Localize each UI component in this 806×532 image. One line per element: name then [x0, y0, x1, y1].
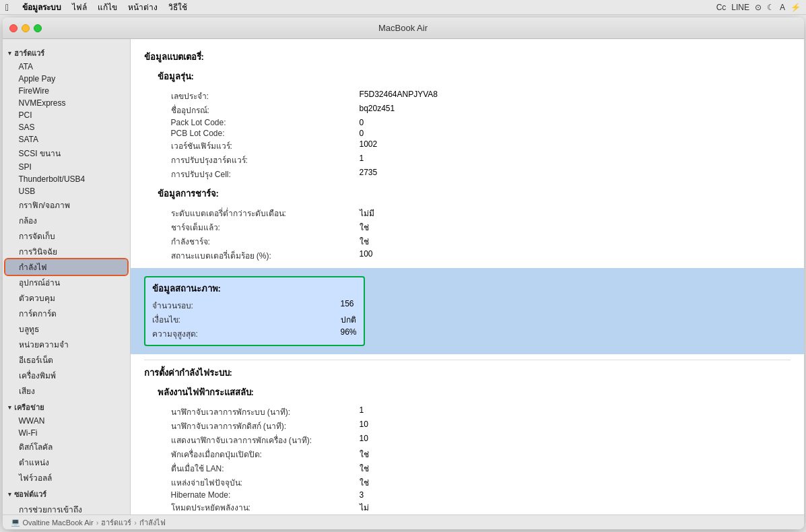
model-label-pcb: PCB Lot Code: [171, 129, 360, 138]
sidebar-item-card[interactable]: การ์ดการ์ด [3, 306, 130, 321]
menubar:  ข้อมูลระบบ ไฟล์ แก้ไข หน้าต่าง วิธีใช้… [0, 0, 806, 15]
charge-info-title: ข้อมูลการชาร์จ: [158, 187, 791, 201]
charge-info-block: ข้อมูลการชาร์จ: ระดับแบตเตอรี่ต่ำกว่าระด… [158, 187, 791, 263]
sidebar-item-storage[interactable]: การจัดเก็บ [3, 228, 130, 244]
sidebar-item-disklocal[interactable]: ดิสก์โลคัล [3, 439, 130, 455]
ac-field-4: ตื่นเมื่อใช้ LAN: ใช่ [171, 461, 791, 475]
sidebar-item-ata[interactable]: ATA [3, 61, 130, 73]
network-group-header[interactable]: ▾ เครือข่าย [3, 399, 130, 415]
status-row-highlight: ข้อมูลสถานะภาพ: จำนวนรอบ: 156 เงื่อนไข: … [131, 268, 804, 354]
ac-label-1: นาฬิกาจับเวลาการพักดิสก์ (นาที): [171, 420, 360, 432]
ac-field-3: พักเครื่องเมื่อกดปุ่มเปิดปิด: ใช่ [171, 447, 791, 461]
ac-label-7: โหมดประหยัดพลังงาน: [171, 501, 360, 514]
ac-label-5: แหล่งจ่ายไฟปัจจุบัน: [171, 476, 360, 489]
sidebar-item-wwan[interactable]: WWAN [3, 415, 130, 427]
chevron-down-icon-network: ▾ [8, 404, 11, 411]
breadcrumb: 💻 Ovaltine MacBook Air › ฮาร์ดแวร์ › กำล… [3, 514, 804, 529]
ac-field-1: นาฬิกาจับเวลาการพักดิสก์ (นาที): 10 [171, 419, 791, 433]
charge-field-charging: กำลังชาร์จ: ใช่ [171, 234, 791, 248]
ac-value-1: 10 [360, 420, 368, 432]
status-value-cycles: 156 [341, 299, 354, 312]
sidebar-item-memory[interactable]: หน่วยความจำ [3, 337, 130, 352]
ac-label-4: ตื่นเมื่อใช้ LAN: [171, 462, 360, 475]
sidebar-item-accessibility[interactable]: การช่วยการเข้าถึง [3, 502, 130, 514]
menu-help[interactable]: วิธีใช้ [168, 1, 187, 13]
sidebar-item-pci[interactable]: PCI [3, 109, 130, 121]
charge-value-charging: ใช่ [360, 235, 369, 248]
ac-value-4: ใช่ [360, 462, 369, 475]
sidebar-item-controller[interactable]: ตัวควบคุม [3, 290, 130, 306]
network-group-label: เครือข่าย [14, 401, 44, 413]
ac-value-7: ไม่ [360, 501, 369, 514]
charge-value-pct: 100 [360, 249, 373, 262]
sidebar-item-ethernet[interactable]: อีเธอร์เน็ต [3, 352, 130, 368]
model-field-device: ชื่ออุปกรณ์: bq20z451 [171, 103, 791, 117]
charge-value-low: ไม่มี [360, 207, 374, 220]
menubar-right-icons: Cc LINE ⊙ ☾ A ⚡ [716, 0, 801, 15]
model-field-fw: เวอร์ชันเฟิร์มแวร์: 1002 [171, 139, 791, 153]
content-panel: ข้อมูลแบตเตอรี่: ข้อมูลรุ่น: เลขประจำ: F… [131, 39, 804, 514]
sidebar-item-firewire[interactable]: FireWire [3, 85, 130, 97]
maximize-button[interactable] [34, 24, 42, 32]
sidebar-item-location[interactable]: ตำแหน่ง [3, 455, 130, 470]
ac-value-3: ใช่ [360, 448, 369, 461]
sidebar-item-graphics[interactable]: กราฟิก/จอภาพ [3, 197, 130, 213]
software-group-label: ซอฟต์แวร์ [14, 488, 46, 500]
charge-label-pct: สถานะแบตเตอรี่เต็มร้อย (%): [171, 249, 360, 262]
ac-field-5: แหล่งจ่ายไฟปัจจุบัน: ใช่ [171, 475, 791, 490]
sidebar-item-scsi[interactable]: SCSI ขนาน [3, 145, 130, 161]
battery-icon: ⚡ [791, 3, 801, 12]
model-label-fw: เวอร์ชันเฟิร์มแวร์: [171, 139, 360, 152]
menu-system-info[interactable]: ข้อมูลระบบ [22, 1, 61, 13]
breadcrumb-sep2: › [134, 519, 137, 527]
sidebar-item-power[interactable]: กำลังไฟ [5, 259, 127, 275]
close-button[interactable] [9, 24, 18, 32]
battery-main-title: ข้อมูลแบตเตอรี่: [144, 50, 791, 64]
sidebar-item-sas[interactable]: SAS [3, 121, 130, 133]
sidebar-item-firewall[interactable]: ไฟร์วอลล์ [3, 470, 130, 486]
ac-value-2: 10 [360, 434, 368, 446]
sidebar-item-applepay[interactable]: Apple Pay [3, 73, 130, 85]
ac-label-0: นาฬิกาจับเวลาการพักระบบ (นาที): [171, 405, 360, 418]
sidebar-item-sound[interactable]: เสียง [3, 383, 130, 399]
sidebar-item-camera[interactable]: กล้อง [3, 213, 130, 228]
ac-field-2: แสดงนาฬิกาจับเวลาการพักเครื่อง (นาที): 1… [171, 433, 791, 447]
sidebar-item-thunderbolt[interactable]: Thunderbolt/USB4 [3, 173, 130, 185]
status-label-cycles: จำนวนรอบ: [152, 299, 341, 312]
chevron-down-icon: ▾ [8, 50, 11, 57]
minimize-button[interactable] [22, 24, 30, 32]
traffic-lights [9, 24, 42, 32]
ac-value-5: ใช่ [360, 476, 369, 489]
charge-label-full: ชาร์จเต็มแล้ว: [171, 221, 360, 234]
ac-fields: นาฬิกาจับเวลาการพักระบบ (นาที): 1 นาฬิกา… [171, 405, 791, 514]
charge-value-full: ใช่ [360, 221, 369, 234]
line-icon: LINE [731, 3, 749, 12]
chevron-down-icon-software: ▾ [8, 491, 11, 498]
model-value-pcb: 0 [360, 129, 364, 138]
menu-file[interactable]: ไฟล์ [72, 1, 87, 13]
apple-menu[interactable]:  [5, 2, 9, 13]
sidebar-item-spi[interactable]: SPI [3, 161, 130, 173]
model-value-fw: 1002 [360, 139, 378, 152]
charge-field-low: ระดับแบตเตอรี่ต่ำกว่าระดับเตือน: ไม่มี [171, 206, 791, 220]
model-label-device: ชื่ออุปกรณ์: [171, 104, 360, 117]
sidebar-item-diagnostics[interactable]: การวินิจฉัย [3, 244, 130, 259]
hardware-group-header[interactable]: ▾ ฮาร์ดแวร์ [3, 44, 130, 61]
breadcrumb-section: กำลังไฟ [139, 517, 166, 529]
sidebar-item-wifi[interactable]: Wi-Fi [3, 427, 130, 439]
software-group-header[interactable]: ▾ ซอฟต์แวร์ [3, 486, 130, 502]
menu-window[interactable]: หน้าต่าง [128, 1, 158, 13]
sidebar-item-reader[interactable]: อุปกรณ์อ่าน [3, 275, 130, 290]
sidebar-item-usb[interactable]: USB [3, 185, 130, 197]
menu-edit[interactable]: แก้ไข [98, 1, 117, 13]
sidebar: ▾ ฮาร์ดแวร์ ATA Apple Pay FireWire NVMEx… [3, 39, 131, 514]
sidebar-item-bluetooth[interactable]: บลูทูธ [3, 321, 130, 337]
sidebar-item-printer[interactable]: เครื่องพิมพ์ [3, 368, 130, 383]
hardware-group-label: ฮาร์ดแวร์ [14, 47, 44, 59]
sidebar-item-nvme[interactable]: NVMExpress [3, 97, 130, 109]
main-window: MacBook Air ▾ ฮาร์ดแวร์ ATA Apple Pay Fi… [3, 18, 804, 529]
sidebar-item-sata[interactable]: SATA [3, 133, 130, 145]
power-settings-title: การตั้งค่ากำลังไฟระบบ: [144, 366, 791, 380]
model-field-serial: เลขประจำ: F5D32464ANPJYVA8 [171, 89, 791, 103]
ac-value-6: 3 [360, 490, 364, 500]
